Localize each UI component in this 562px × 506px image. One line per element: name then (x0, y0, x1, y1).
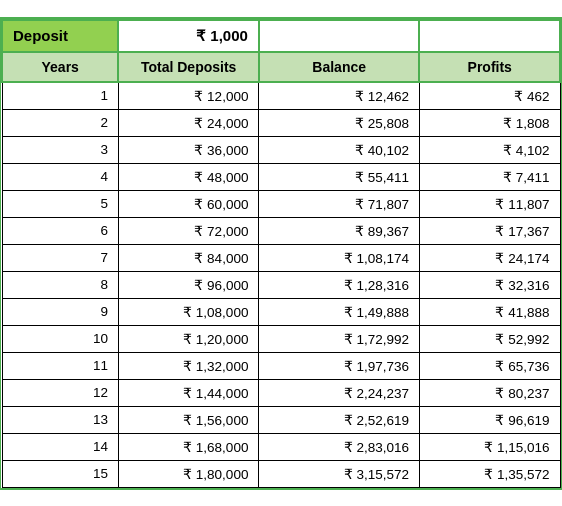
cell-total-deposits: ₹ 96,000 (118, 271, 259, 298)
table-row: 15₹ 1,80,000₹ 3,15,572₹ 1,35,572 (2, 460, 560, 487)
cell-balance: ₹ 2,52,619 (259, 406, 420, 433)
cell-year: 13 (2, 406, 118, 433)
cell-total-deposits: ₹ 72,000 (118, 217, 259, 244)
cell-total-deposits: ₹ 1,68,000 (118, 433, 259, 460)
data-rows: 1₹ 12,000₹ 12,462₹ 4622₹ 24,000₹ 25,808₹… (2, 82, 560, 488)
deposit-header-row: Deposit ₹ 1,000 (2, 20, 560, 52)
cell-profits: ₹ 32,316 (419, 271, 560, 298)
cell-year: 15 (2, 460, 118, 487)
cell-year: 3 (2, 136, 118, 163)
cell-balance: ₹ 40,102 (259, 136, 420, 163)
cell-total-deposits: ₹ 1,80,000 (118, 460, 259, 487)
main-table-wrapper: Deposit ₹ 1,000 Years Total Deposits Bal… (0, 17, 562, 490)
cell-year: 7 (2, 244, 118, 271)
cell-year: 9 (2, 298, 118, 325)
table-row: 4₹ 48,000₹ 55,411₹ 7,411 (2, 163, 560, 190)
cell-total-deposits: ₹ 48,000 (118, 163, 259, 190)
column-header-row: Years Total Deposits Balance Profits (2, 52, 560, 82)
cell-year: 10 (2, 325, 118, 352)
cell-year: 2 (2, 109, 118, 136)
cell-profits: ₹ 41,888 (419, 298, 560, 325)
table-row: 5₹ 60,000₹ 71,807₹ 11,807 (2, 190, 560, 217)
table-row: 3₹ 36,000₹ 40,102₹ 4,102 (2, 136, 560, 163)
table-row: 2₹ 24,000₹ 25,808₹ 1,808 (2, 109, 560, 136)
cell-total-deposits: ₹ 1,08,000 (118, 298, 259, 325)
table-row: 11₹ 1,32,000₹ 1,97,736₹ 65,736 (2, 352, 560, 379)
cell-profits: ₹ 52,992 (419, 325, 560, 352)
cell-balance: ₹ 1,08,174 (259, 244, 420, 271)
cell-profits: ₹ 1,35,572 (419, 460, 560, 487)
table-row: 10₹ 1,20,000₹ 1,72,992₹ 52,992 (2, 325, 560, 352)
cell-total-deposits: ₹ 36,000 (118, 136, 259, 163)
col-header-balance: Balance (259, 52, 420, 82)
deposit-empty-2 (419, 20, 560, 52)
cell-balance: ₹ 89,367 (259, 217, 420, 244)
col-header-profits: Profits (419, 52, 560, 82)
cell-profits: ₹ 4,102 (419, 136, 560, 163)
cell-balance: ₹ 55,411 (259, 163, 420, 190)
cell-total-deposits: ₹ 24,000 (118, 109, 259, 136)
cell-total-deposits: ₹ 60,000 (118, 190, 259, 217)
cell-profits: ₹ 11,807 (419, 190, 560, 217)
cell-year: 11 (2, 352, 118, 379)
cell-year: 4 (2, 163, 118, 190)
data-table: Deposit ₹ 1,000 Years Total Deposits Bal… (1, 19, 561, 488)
cell-balance: ₹ 1,97,736 (259, 352, 420, 379)
cell-profits: ₹ 80,237 (419, 379, 560, 406)
cell-year: 8 (2, 271, 118, 298)
cell-profits: ₹ 96,619 (419, 406, 560, 433)
cell-balance: ₹ 71,807 (259, 190, 420, 217)
deposit-label: Deposit (2, 20, 118, 52)
deposit-value: ₹ 1,000 (118, 20, 259, 52)
cell-total-deposits: ₹ 1,44,000 (118, 379, 259, 406)
cell-year: 14 (2, 433, 118, 460)
cell-profits: ₹ 462 (419, 82, 560, 110)
cell-balance: ₹ 25,808 (259, 109, 420, 136)
table-row: 6₹ 72,000₹ 89,367₹ 17,367 (2, 217, 560, 244)
table-row: 13₹ 1,56,000₹ 2,52,619₹ 96,619 (2, 406, 560, 433)
table-row: 8₹ 96,000₹ 1,28,316₹ 32,316 (2, 271, 560, 298)
cell-profits: ₹ 17,367 (419, 217, 560, 244)
cell-balance: ₹ 1,49,888 (259, 298, 420, 325)
deposit-empty-1 (259, 20, 420, 52)
cell-balance: ₹ 3,15,572 (259, 460, 420, 487)
cell-profits: ₹ 1,15,016 (419, 433, 560, 460)
cell-total-deposits: ₹ 12,000 (118, 82, 259, 110)
table-row: 14₹ 1,68,000₹ 2,83,016₹ 1,15,016 (2, 433, 560, 460)
table-row: 7₹ 84,000₹ 1,08,174₹ 24,174 (2, 244, 560, 271)
cell-year: 6 (2, 217, 118, 244)
cell-profits: ₹ 7,411 (419, 163, 560, 190)
cell-profits: ₹ 24,174 (419, 244, 560, 271)
col-header-years: Years (2, 52, 118, 82)
cell-profits: ₹ 1,808 (419, 109, 560, 136)
table-row: 1₹ 12,000₹ 12,462₹ 462 (2, 82, 560, 110)
cell-total-deposits: ₹ 1,20,000 (118, 325, 259, 352)
cell-balance: ₹ 1,72,992 (259, 325, 420, 352)
table-row: 9₹ 1,08,000₹ 1,49,888₹ 41,888 (2, 298, 560, 325)
cell-year: 12 (2, 379, 118, 406)
table-row: 12₹ 1,44,000₹ 2,24,237₹ 80,237 (2, 379, 560, 406)
cell-year: 5 (2, 190, 118, 217)
cell-total-deposits: ₹ 84,000 (118, 244, 259, 271)
col-header-total-deposits: Total Deposits (118, 52, 259, 82)
cell-balance: ₹ 2,24,237 (259, 379, 420, 406)
cell-balance: ₹ 2,83,016 (259, 433, 420, 460)
cell-total-deposits: ₹ 1,32,000 (118, 352, 259, 379)
cell-balance: ₹ 1,28,316 (259, 271, 420, 298)
cell-profits: ₹ 65,736 (419, 352, 560, 379)
cell-year: 1 (2, 82, 118, 110)
cell-total-deposits: ₹ 1,56,000 (118, 406, 259, 433)
cell-balance: ₹ 12,462 (259, 82, 420, 110)
